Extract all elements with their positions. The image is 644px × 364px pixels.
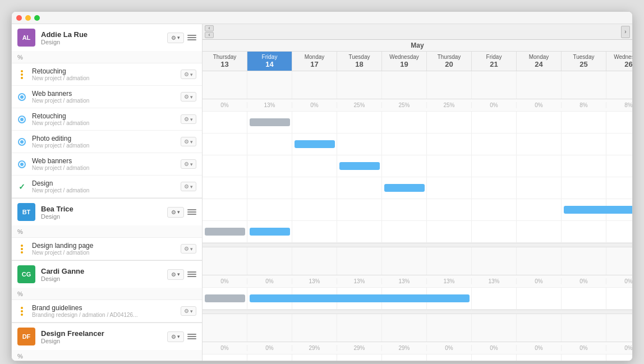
task-gear-bt-0[interactable]: ⚙ ▾	[181, 244, 196, 254]
gantt-pct-cell-al-1: 13%	[247, 102, 292, 108]
gantt-user-header-bt	[203, 247, 632, 275]
day-col-17: Monday17	[292, 52, 337, 71]
user-role-df: Design	[41, 338, 167, 344]
scroll-left-button-1[interactable]: ‹	[205, 25, 214, 31]
gantt-bar-al-5	[250, 228, 290, 236]
gantt-pct-cell-al-0: 0%	[203, 102, 247, 108]
gantt-pct-cell-cg-4: 29%	[382, 345, 427, 351]
left-panel: ALAddie La RueDesign⚙ ▾%RetouchingNew pr…	[12, 24, 203, 361]
task-row-al-1: Web bannersNew project / admation⚙ ▾	[12, 86, 202, 108]
avatar-bt: BT	[17, 203, 35, 221]
task-gear-al-0[interactable]: ⚙ ▾	[181, 70, 196, 79]
task-row-al-4: Web bannersNew project / admation⚙ ▾	[12, 153, 202, 176]
gantt-panel[interactable]: ‹‹›MayThursday13Friday14Monday17Tuesday1…	[203, 24, 632, 361]
task-sub-cg-0: Branding redesign / admation / AD04126..…	[32, 312, 155, 318]
percent-label-bt: %	[12, 225, 202, 238]
scroll-right-button[interactable]: ›	[621, 26, 630, 38]
task-icon-bt-0	[17, 245, 26, 254]
user-menu-al[interactable]	[187, 33, 196, 42]
gantt-task-row-al-4	[203, 199, 632, 221]
minimize-button[interactable]	[25, 15, 31, 21]
day-col-24: Monday24	[517, 52, 562, 71]
section-sep-bt	[203, 310, 632, 314]
gantt-task-row-al-2	[203, 155, 632, 177]
user-header-cg: CGCardi GanneDesign⚙ ▾	[12, 261, 202, 288]
task-name-al-1: Web banners	[32, 90, 181, 98]
task-gear-al-1[interactable]: ⚙ ▾	[181, 92, 196, 102]
gantt-percent-row-bt: 0%0%13%13%13%13%13%0%0%0%	[203, 275, 632, 288]
task-gear-cg-0[interactable]: ⚙ ▾	[181, 306, 196, 316]
gantt-task-row-bt-0	[203, 288, 632, 310]
user-section-al: ALAddie La RueDesign⚙ ▾%RetouchingNew pr…	[12, 24, 202, 199]
user-menu-df[interactable]	[187, 332, 196, 341]
gantt-user-header-al	[203, 71, 632, 99]
task-row-al-3: Photo editingNew project / admation⚙ ▾	[12, 131, 202, 153]
scroll-left-button-2[interactable]: ‹	[205, 32, 214, 38]
task-sub-al-4: New project / admation	[32, 165, 155, 171]
day-col-20: Thursday20	[427, 52, 472, 71]
task-row-al-5: ✓DesignNew project / admation⚙ ▾	[12, 176, 202, 198]
day-col-13: Thursday13	[203, 52, 247, 71]
task-name-al-4: Web banners	[32, 157, 181, 165]
top-nav-bar: ‹‹›	[203, 24, 632, 40]
day-col-18: Tuesday18	[337, 52, 382, 71]
task-name-bt-0: Design landing page	[32, 242, 181, 250]
gantt-pct-cell-cg-8: 0%	[562, 345, 606, 351]
user-name-df: Design Freelancer	[41, 329, 167, 338]
close-button[interactable]	[16, 15, 22, 21]
user-gear-bt[interactable]: ⚙ ▾	[167, 207, 184, 218]
user-menu-bt[interactable]	[187, 208, 196, 216]
gantt-task-row-al-5	[203, 221, 632, 243]
task-gear-al-5[interactable]: ⚙ ▾	[181, 182, 196, 191]
gantt-pct-cell-bt-9: 0%	[606, 278, 632, 284]
user-gear-al[interactable]: ⚙ ▾	[167, 33, 184, 43]
user-section-df: DFDesign FreelancerDesign⚙ ▾%Remarketing…	[12, 323, 202, 361]
user-role-bt: Design	[41, 213, 167, 220]
maximize-button[interactable]	[34, 15, 40, 21]
task-sub-al-2: New project / admation	[32, 120, 155, 126]
day-col-14: Friday14	[247, 52, 292, 71]
task-icon-cg-0	[17, 307, 26, 316]
gantt-task-row-al-0	[203, 112, 632, 133]
gantt-pct-cell-cg-9: 0%	[606, 345, 632, 351]
gantt-pct-cell-al-2: 0%	[292, 102, 337, 108]
task-gear-al-4[interactable]: ⚙ ▾	[181, 159, 196, 169]
user-section-cg: CGCardi GanneDesign⚙ ▾%Brand guidelinesB…	[12, 261, 202, 323]
gantt-pct-cell-al-3: 25%	[337, 102, 382, 108]
gantt-bar-al-2	[339, 162, 380, 170]
user-role-al: Design	[41, 39, 167, 45]
gantt-pct-cell-al-6: 0%	[472, 102, 517, 108]
task-gear-al-3[interactable]: ⚙ ▾	[181, 137, 196, 146]
gantt-pct-cell-al-9: 8%	[606, 102, 632, 108]
gantt-pct-cell-al-5: 25%	[427, 102, 472, 108]
gantt-bar-al-0	[250, 118, 290, 126]
task-gear-al-2[interactable]: ⚙ ▾	[181, 114, 196, 124]
gantt-pct-cell-cg-5: 0%	[427, 345, 472, 351]
gantt-body: 0%13%0%25%25%25%0%0%8%8%0%0%13%13%13%13%…	[203, 71, 632, 361]
avatar-df: DF	[17, 328, 35, 345]
gantt-task-row-al-3	[203, 177, 632, 199]
gantt-percent-row-cg: 0%0%29%29%29%0%0%0%0%0%	[203, 342, 632, 354]
user-menu-cg[interactable]	[187, 270, 196, 279]
gantt-percent-row-al: 0%13%0%25%25%25%0%0%8%8%	[203, 99, 632, 112]
main-content: ALAddie La RueDesign⚙ ▾%RetouchingNew pr…	[12, 24, 632, 361]
task-row-cg-0: Brand guidelinesBranding redesign / adma…	[12, 300, 202, 322]
gantt-pct-cell-bt-8: 0%	[562, 278, 606, 284]
task-name-al-3: Photo editing	[32, 135, 181, 142]
gantt-pct-cell-al-8: 8%	[562, 102, 606, 108]
task-name-al-0: Retouching	[32, 67, 181, 75]
gantt-bar-al-1	[295, 140, 335, 148]
user-gear-df[interactable]: ⚙ ▾	[167, 331, 184, 342]
main-window: ALAddie La RueDesign⚙ ▾%RetouchingNew pr…	[11, 11, 633, 361]
window-chrome	[12, 12, 632, 24]
task-icon-al-5: ✓	[17, 182, 26, 191]
gantt-pct-cell-bt-6: 13%	[472, 278, 517, 284]
user-section-bt: BTBea TriceDesign⚙ ▾%Design landing page…	[12, 199, 202, 261]
percent-label-al: %	[12, 51, 202, 63]
user-gear-cg[interactable]: ⚙ ▾	[167, 269, 184, 280]
gantt-bar-al-4	[564, 206, 632, 214]
task-icon-al-0	[17, 70, 26, 79]
task-row-al-0: RetouchingNew project / admation⚙ ▾	[12, 63, 202, 86]
task-name-cg-0: Brand guidelines	[32, 304, 181, 312]
gantt-task-row-cg-0	[203, 354, 632, 361]
